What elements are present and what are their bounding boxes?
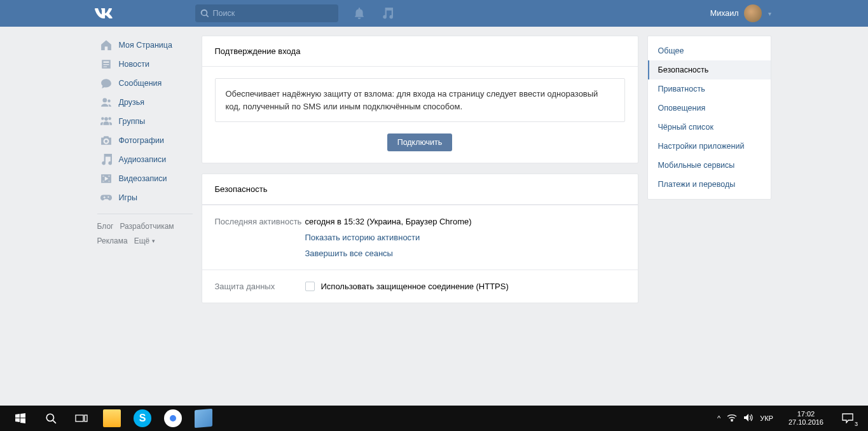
- tab-security[interactable]: Безопасность: [648, 60, 771, 79]
- time: 17:02: [789, 410, 823, 418]
- nav-news[interactable]: Новости: [97, 55, 193, 74]
- windows-taskbar: S ^ УКР 17:02 27.10.2016 3: [0, 406, 868, 431]
- https-checkbox[interactable]: [305, 282, 315, 291]
- footer-links: БлогРазработчикам РекламаЕщё ▾: [97, 219, 193, 249]
- app-skype[interactable]: S: [127, 406, 158, 431]
- search-input[interactable]: [213, 9, 333, 18]
- tab-mobile[interactable]: Мобильные сервисы: [648, 156, 771, 175]
- tab-payments[interactable]: Платежи и переводы: [648, 175, 771, 194]
- vk-logo[interactable]: [92, 2, 115, 25]
- nav-audio[interactable]: Аудиозаписи: [97, 150, 193, 169]
- message-icon: [100, 77, 113, 90]
- search-button[interactable]: [36, 406, 66, 431]
- panel-title: Подтверждение входа: [202, 36, 638, 67]
- data-protection-label: Защита данных: [215, 282, 305, 291]
- user-menu[interactable]: Михаил ▾: [710, 4, 771, 22]
- volume-icon[interactable]: [743, 413, 754, 423]
- groups-icon: [100, 115, 113, 128]
- home-icon: [100, 39, 113, 51]
- connect-button[interactable]: Подключить: [387, 133, 453, 151]
- nav-games[interactable]: Игры: [97, 188, 193, 207]
- https-label: Использовать защищенное соединение (HTTP…: [321, 282, 509, 291]
- bell-icon[interactable]: [354, 8, 365, 19]
- music-icon[interactable]: [382, 8, 393, 19]
- last-activity-label: Последняя активность: [215, 217, 305, 258]
- end-sessions-link[interactable]: Завершить все сеансы: [305, 249, 625, 258]
- taskview-button[interactable]: [66, 406, 97, 431]
- svg-point-3: [731, 420, 733, 421]
- news-icon: [100, 58, 113, 71]
- svg-point-0: [46, 414, 53, 421]
- left-sidebar: Моя Страница Новости Сообщения Друзья Гр…: [97, 36, 193, 313]
- search-icon: [200, 9, 209, 18]
- top-header: Михаил ▾: [0, 0, 868, 27]
- info-text: Обеспечивает надёжную защиту от взлома: …: [215, 78, 625, 122]
- panel-title: Безопасность: [202, 174, 638, 205]
- tab-general[interactable]: Общее: [648, 41, 771, 60]
- main-content: Подтверждение входа Обеспечивает надёжну…: [202, 36, 638, 313]
- link-ads[interactable]: Реклама: [97, 236, 128, 245]
- tab-privacy[interactable]: Приватность: [648, 79, 771, 99]
- action-center[interactable]: 3: [832, 406, 863, 431]
- link-blog[interactable]: Блог: [97, 222, 114, 231]
- tray-chevron-icon[interactable]: ^: [717, 414, 720, 422]
- nav-video[interactable]: Видеозаписи: [97, 169, 193, 188]
- avatar: [744, 4, 762, 22]
- search-box[interactable]: [195, 4, 338, 22]
- chevron-down-icon: ▾: [768, 10, 771, 17]
- friends-icon: [100, 96, 113, 109]
- camera-icon: [100, 134, 113, 147]
- video-icon: [100, 172, 113, 185]
- username: Михаил: [710, 9, 739, 18]
- notification-badge: 3: [855, 421, 858, 427]
- tab-blacklist[interactable]: Чёрный список: [648, 118, 771, 137]
- show-history-link[interactable]: Показать историю активности: [305, 233, 625, 242]
- chevron-down-icon: ▾: [152, 236, 155, 247]
- nav-groups[interactable]: Группы: [97, 112, 193, 131]
- app-file-explorer[interactable]: [97, 406, 127, 431]
- nav-photos[interactable]: Фотографии: [97, 131, 193, 150]
- start-button[interactable]: [5, 406, 36, 431]
- svg-rect-2: [85, 415, 87, 421]
- tab-app-settings[interactable]: Настройки приложений: [648, 137, 771, 156]
- login-confirmation-panel: Подтверждение входа Обеспечивает надёжну…: [202, 36, 638, 163]
- settings-tabs: Общее Безопасность Приватность Оповещени…: [647, 36, 771, 200]
- last-activity-value: сегодня в 15:32 (Украина, Браузер Chrome…: [305, 217, 472, 226]
- wifi-icon[interactable]: [727, 414, 737, 423]
- app-chrome[interactable]: [158, 406, 188, 431]
- link-developers[interactable]: Разработчикам: [120, 222, 174, 231]
- tab-notifications[interactable]: Оповещения: [648, 99, 771, 118]
- language-indicator[interactable]: УКР: [760, 414, 773, 422]
- date: 27.10.2016: [789, 418, 823, 427]
- nav-friends[interactable]: Друзья: [97, 93, 193, 112]
- security-panel: Безопасность Последняя активность сегодн…: [202, 174, 638, 303]
- app-notes[interactable]: [188, 406, 219, 431]
- nav-messages[interactable]: Сообщения: [97, 74, 193, 93]
- link-more[interactable]: Ещё ▾: [134, 234, 156, 249]
- gamepad-icon: [100, 191, 113, 204]
- svg-rect-1: [76, 415, 83, 421]
- nav-my-page[interactable]: Моя Страница: [97, 36, 193, 55]
- audio-icon: [100, 153, 113, 166]
- clock[interactable]: 17:02 27.10.2016: [783, 410, 829, 427]
